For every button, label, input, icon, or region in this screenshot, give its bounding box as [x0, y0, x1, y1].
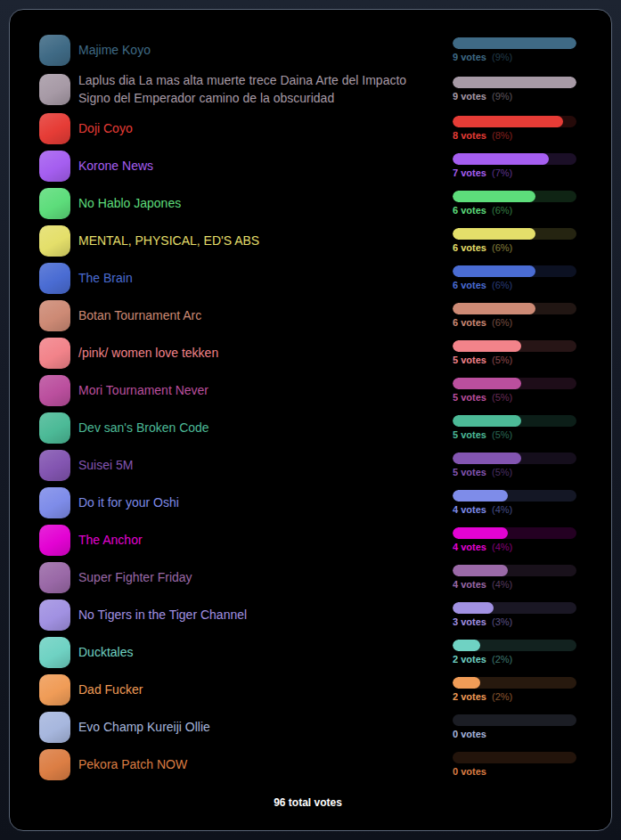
vote-bar-fill — [453, 490, 508, 502]
vote-percentage: (4%) — [492, 542, 512, 552]
option-label: /pink/ women love tekken — [70, 345, 453, 363]
vote-bar-fill — [453, 415, 521, 427]
vote-bar-fill — [453, 153, 549, 165]
vote-bar-fill — [453, 602, 494, 614]
poll-option-row: Dad Fucker 2 votes (2%) — [39, 674, 576, 705]
poll-option-row: Evo Champ Kureiji Ollie 0 votes — [39, 712, 576, 743]
vote-count-text: 5 votes (5%) — [453, 429, 576, 441]
poll-option-row: Korone News 7 votes (7%) — [39, 151, 576, 182]
vote-count: 6 votes — [453, 317, 486, 328]
vote-count: 4 votes — [453, 504, 486, 515]
option-vote-meter: 6 votes (6%) — [453, 228, 576, 254]
option-label: The Brain — [70, 270, 453, 288]
vote-bar-fill — [453, 265, 535, 277]
vote-bar-track — [453, 565, 576, 576]
vote-percentage: (3%) — [492, 616, 512, 627]
vote-bar-track — [453, 602, 576, 614]
vote-percentage: (7%) — [492, 167, 512, 178]
option-label: Ducktales — [70, 644, 453, 662]
vote-count-text: 9 votes (9%) — [453, 91, 576, 102]
vote-count: 9 votes — [453, 91, 486, 102]
option-color-swatch — [39, 113, 70, 144]
option-vote-meter: 3 votes (3%) — [453, 602, 576, 628]
option-label: No Hablo Japones — [70, 195, 453, 213]
option-vote-meter: 5 votes (5%) — [453, 453, 576, 478]
poll-option-row: Ducktales 2 votes (2%) — [39, 637, 576, 668]
vote-count-text: 4 votes (4%) — [453, 579, 576, 591]
vote-count: 6 votes — [453, 242, 486, 253]
vote-percentage: (6%) — [492, 280, 512, 290]
vote-count: 7 votes — [453, 167, 486, 178]
option-label: Doji Coyo — [70, 120, 453, 138]
poll-option-row: Doji Coyo 8 votes (8%) — [39, 113, 576, 144]
vote-bar-fill — [453, 340, 521, 352]
vote-count: 8 votes — [453, 130, 486, 141]
vote-bar-track — [453, 453, 576, 464]
vote-bar-fill — [453, 677, 480, 689]
vote-count-text: 3 votes (3%) — [453, 616, 576, 628]
option-color-swatch — [39, 300, 70, 331]
vote-percentage: (5%) — [492, 429, 512, 440]
poll-option-row: The Anchor 4 votes (4%) — [39, 525, 576, 556]
vote-count-text: 0 votes — [453, 729, 576, 740]
poll-option-row: Laplus dia La mas alta muerte trece Dain… — [39, 72, 576, 107]
vote-bar-fill — [453, 565, 508, 576]
vote-bar-fill — [453, 116, 563, 127]
vote-percentage: (6%) — [492, 242, 512, 253]
vote-bar-fill — [453, 527, 508, 539]
option-color-swatch — [39, 35, 70, 66]
poll-option-row: Super Fighter Friday 4 votes (4%) — [39, 562, 576, 593]
vote-bar-fill — [453, 378, 521, 389]
vote-percentage: (6%) — [492, 317, 512, 328]
option-color-swatch — [39, 225, 70, 257]
vote-percentage: (5%) — [492, 467, 512, 477]
option-color-swatch — [39, 562, 70, 593]
option-label: Dev san's Broken Code — [70, 420, 453, 437]
option-label: Majime Koyo — [70, 42, 453, 60]
vote-count: 6 votes — [453, 205, 486, 216]
vote-bar-track — [453, 490, 576, 502]
option-vote-meter: 0 votes — [453, 752, 576, 778]
vote-count-text: 2 votes (2%) — [453, 691, 576, 703]
option-label: Evo Champ Kureiji Ollie — [70, 719, 453, 737]
vote-count: 2 votes — [453, 691, 486, 702]
vote-bar-track — [453, 265, 576, 277]
option-label: Laplus dia La mas alta muerte trece Dain… — [70, 72, 453, 107]
vote-count: 4 votes — [453, 542, 486, 552]
vote-count-text: 5 votes (5%) — [453, 355, 576, 366]
vote-bar-fill — [453, 228, 535, 240]
poll-results-panel: Majime Koyo 9 votes (9%) Laplus dia La m… — [9, 9, 612, 831]
vote-count-text: 6 votes (6%) — [453, 280, 576, 291]
vote-bar-track — [453, 714, 576, 726]
vote-percentage: (6%) — [492, 205, 512, 216]
vote-bar-track — [453, 415, 576, 427]
vote-percentage: (2%) — [492, 691, 512, 702]
option-vote-meter: 4 votes (4%) — [453, 490, 576, 516]
vote-bar-fill — [453, 640, 480, 651]
option-vote-meter: 7 votes (7%) — [453, 153, 576, 179]
vote-count: 0 votes — [453, 729, 486, 739]
option-vote-meter: 8 votes (8%) — [453, 116, 576, 142]
vote-bar-track — [453, 640, 576, 651]
vote-bar-track — [453, 37, 576, 49]
vote-bar-fill — [453, 77, 576, 88]
option-label: Mori Tournament Never — [70, 382, 453, 400]
option-vote-meter: 5 votes (5%) — [453, 340, 576, 366]
vote-count-text: 5 votes (5%) — [453, 467, 576, 478]
option-vote-meter: 4 votes (4%) — [453, 527, 576, 553]
poll-option-row: No Hablo Japones 6 votes (6%) — [39, 188, 576, 219]
option-label: Super Fighter Friday — [70, 569, 453, 587]
vote-bar-track — [453, 677, 576, 689]
vote-percentage: (9%) — [492, 52, 512, 62]
vote-percentage: (2%) — [492, 654, 512, 665]
option-vote-meter: 9 votes (9%) — [453, 37, 576, 63]
poll-option-row: The Brain 6 votes (6%) — [39, 263, 576, 294]
poll-option-row: No Tigers in the Tiger Channel 3 votes (… — [39, 599, 576, 631]
option-color-swatch — [39, 375, 70, 406]
option-label: Korone News — [70, 158, 453, 175]
option-color-swatch — [39, 712, 70, 743]
option-color-swatch — [39, 487, 70, 518]
option-vote-meter: 6 votes (6%) — [453, 191, 576, 216]
poll-option-row: Do it for your Oshi 4 votes (4%) — [39, 487, 576, 518]
option-color-swatch — [39, 188, 70, 219]
